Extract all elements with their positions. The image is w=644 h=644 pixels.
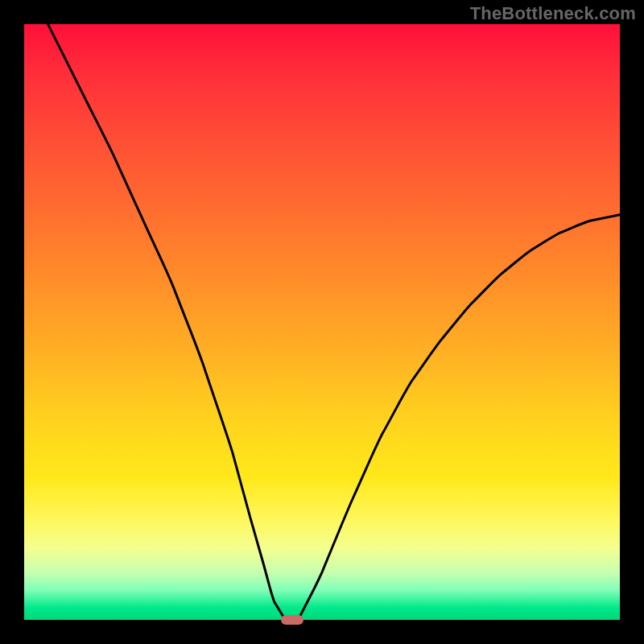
plot-area bbox=[24, 24, 620, 620]
bottleneck-curve bbox=[24, 24, 620, 620]
chart-frame: TheBottleneck.com bbox=[0, 0, 644, 644]
bottleneck-marker bbox=[281, 615, 303, 625]
watermark-text: TheBottleneck.com bbox=[470, 3, 636, 24]
